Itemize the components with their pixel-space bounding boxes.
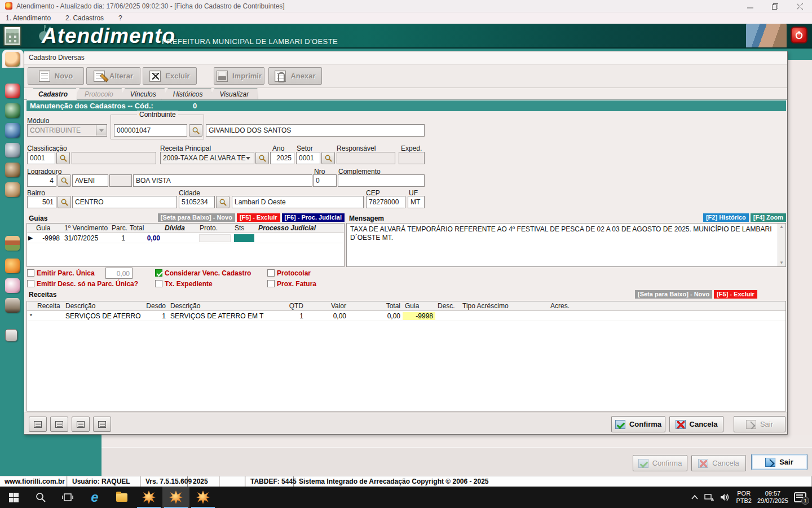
record-previous-button[interactable]	[50, 417, 68, 432]
novo-button[interactable]: Novo	[28, 67, 84, 85]
sidebar-user-icon[interactable]	[5, 52, 20, 67]
uf-field[interactable]: MT	[408, 196, 425, 208]
bairro-nome-field[interactable]: CENTRO	[72, 196, 177, 208]
task-view-button[interactable]	[54, 487, 81, 508]
imprimir-button[interactable]: Imprimir	[214, 67, 264, 85]
taskbar-app1-button[interactable]	[135, 487, 162, 508]
contribuinte-search-button[interactable]	[189, 124, 202, 137]
anexar-button[interactable]: Anexar	[268, 67, 322, 85]
mensagem-textarea[interactable]: TAXA DE ALVARÁ TEMPORÁRIO REFERENTE AO 4…	[346, 223, 786, 267]
considerar-venc-checkbox[interactable]	[155, 269, 162, 277]
network-icon[interactable]	[704, 493, 714, 501]
tx-expediente-checkbox[interactable]	[155, 280, 162, 287]
receitas-table-row[interactable]: * SERVIÇOS DE ATERRO 1 SERVIÇOS DE ATERR…	[27, 311, 785, 321]
proto-cell	[199, 234, 231, 242]
scroll-down-icon[interactable]: ▼	[779, 261, 784, 265]
logradouro-search-button[interactable]	[58, 174, 71, 187]
protocolar-checkbox[interactable]	[267, 269, 275, 277]
protocolar-label: Protocolar	[277, 269, 311, 277]
tab-visualizar[interactable]: Visualizar	[208, 88, 258, 100]
sidebar-shortcut-icon[interactable]	[5, 278, 20, 293]
receita-search-button[interactable]	[255, 152, 269, 164]
close-button[interactable]	[787, 0, 812, 12]
contribuinte-code-field[interactable]: 000001047	[114, 124, 187, 137]
minimize-button[interactable]	[738, 0, 762, 12]
parent-sair-button[interactable]: Sair	[751, 454, 807, 470]
contribuinte-name-field[interactable]: GIVANILDO DOS SANTOS	[206, 124, 425, 137]
sidebar-shortcut-icon[interactable]	[5, 143, 20, 157]
sidebar-phone-icon[interactable]	[5, 298, 20, 313]
classificacao-code-field[interactable]: 0001	[27, 152, 55, 164]
dialog-title: Cadastro Diversas	[24, 51, 787, 64]
alterar-button[interactable]: Alterar	[86, 67, 140, 85]
statusbar-copyright: Sistema Integrado de Arrecadação Copyrig…	[294, 476, 812, 487]
cidade-code-field[interactable]: 5105234	[179, 196, 215, 208]
receitas-badges: [Seta para Baixo] - Novo [F5] - Excluir	[633, 290, 788, 299]
tab-cadastro[interactable]: Cadastro	[27, 88, 77, 100]
taskbar-explorer-button[interactable]	[108, 487, 135, 508]
setor-search-button[interactable]	[321, 152, 335, 164]
cidade-nome-field[interactable]: Lambari D Oeste	[232, 196, 364, 208]
setor-field[interactable]: 0001	[296, 152, 320, 164]
classificacao-search-button[interactable]	[56, 152, 70, 164]
menu-item-help[interactable]: ?	[118, 14, 122, 22]
power-icon	[795, 30, 804, 40]
logradouro-code-field[interactable]: 4	[27, 174, 56, 187]
prox-fatura-checkbox[interactable]	[267, 280, 275, 287]
sidebar-shortcut-icon[interactable]	[5, 84, 20, 98]
start-button[interactable]	[0, 487, 27, 508]
tab-vinculos[interactable]: Vínculos	[118, 88, 166, 100]
record-last-button[interactable]	[93, 417, 111, 432]
sidebar-books-icon[interactable]	[5, 236, 20, 251]
sidebar-shortcut-icon[interactable]	[5, 259, 20, 273]
statusbar-version: Vrs. 7.5.15.609	[141, 476, 188, 487]
taskbar-ie-button[interactable]: e	[81, 487, 108, 508]
mensagem-scrollbar[interactable]: ▲ ▼	[778, 224, 785, 266]
notification-center-button[interactable]: 1	[794, 492, 806, 502]
menu-item-atendimento[interactable]: 1. Atendimento	[6, 14, 51, 22]
prox-fatura-label: Prox. Fatura	[277, 280, 316, 288]
receita-principal-select[interactable]: 2009-TAXA DE ALVARA TE	[160, 152, 254, 164]
record-first-button[interactable]	[29, 417, 47, 432]
bairro-code-field[interactable]: 501	[27, 196, 56, 208]
sidebar-shortcut-icon[interactable]	[5, 182, 20, 197]
power-exit-button[interactable]	[791, 27, 807, 43]
confirma-button[interactable]: Confirma	[611, 416, 665, 432]
emitir-parc-label: Emitir Parc. Única	[37, 269, 95, 277]
volume-icon[interactable]	[720, 493, 730, 501]
sidebar-shortcut-icon[interactable]	[5, 329, 17, 341]
cidade-search-button[interactable]	[216, 196, 230, 208]
nro-field[interactable]: 0	[313, 174, 337, 187]
guias-table-row[interactable]: ▶ -9998 31/07/2025 1 0,00	[27, 233, 344, 243]
ano-field[interactable]: 2025	[270, 152, 294, 164]
scroll-up-icon[interactable]: ▲	[779, 225, 784, 229]
tab-historicos[interactable]: Históricos	[161, 88, 213, 100]
excluir-button[interactable]: Excluir	[143, 67, 197, 85]
statusbar-tabdef: TABDEF: 5445	[246, 476, 294, 487]
emitir-desc-checkbox[interactable]	[27, 280, 34, 287]
cancela-button[interactable]: Cancela	[669, 416, 723, 432]
record-next-button[interactable]	[72, 417, 90, 432]
taskbar-search-button[interactable]	[27, 487, 54, 508]
maximize-button[interactable]	[762, 0, 787, 12]
complemento-field[interactable]	[338, 174, 425, 187]
logradouro-nome-field[interactable]: BOA VISTA	[133, 174, 312, 187]
tray-chevron-icon[interactable]	[691, 494, 699, 500]
taskbar-app3-button[interactable]	[189, 487, 217, 508]
emitir-parc-checkbox[interactable]	[27, 269, 34, 277]
sidebar-shortcut-icon[interactable]	[5, 123, 20, 138]
badge-excluir: [F5] - Excluir	[237, 213, 280, 222]
search-icon	[60, 198, 69, 207]
sidebar-shortcut-icon[interactable]	[5, 103, 20, 118]
sidebar-shortcut-icon[interactable]	[5, 163, 20, 177]
menu-item-cadastros[interactable]: 2. Cadastros	[65, 14, 104, 22]
tray-clock[interactable]: 09:57 29/07/2025	[757, 490, 788, 505]
modulo-select[interactable]: CONTRIBUINTE	[27, 124, 107, 137]
tab-protocolo[interactable]: Protocolo	[73, 88, 123, 100]
emitir-parc-value-field[interactable]: 0,00	[105, 268, 133, 279]
cep-field[interactable]: 78278000	[366, 196, 405, 208]
taskbar-app2-button[interactable]	[162, 487, 189, 508]
logradouro-tipo-field[interactable]: AVENI	[72, 174, 108, 187]
bairro-search-button[interactable]	[58, 196, 71, 208]
tray-language[interactable]: POR PTB2	[736, 490, 752, 505]
